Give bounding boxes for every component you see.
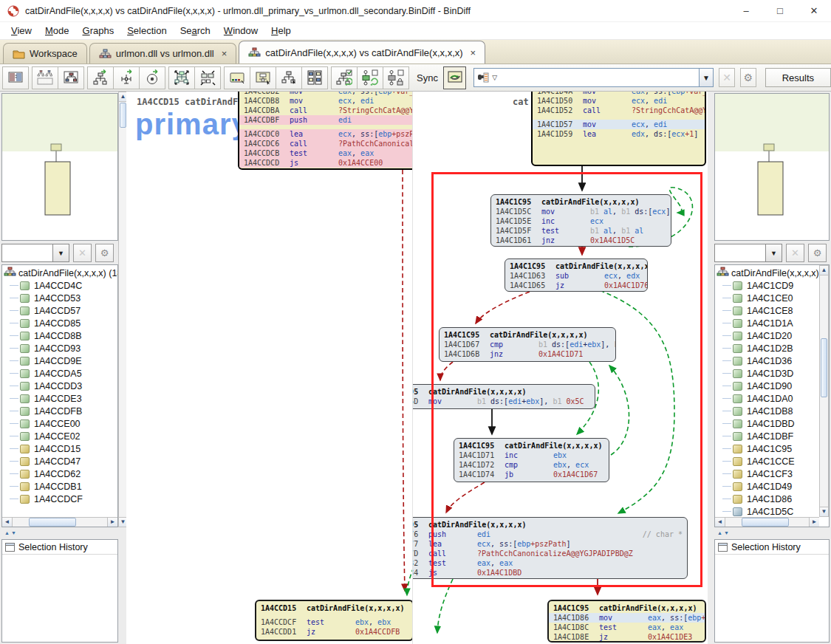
secondary-filter-clear-button[interactable]: ✕ [786, 244, 804, 262]
primary-tree-item-1A4CCD85[interactable]: 1A4CCD85 [4, 317, 117, 329]
secondary-tree-item-1A4C1D36[interactable]: 1A4C1D36 [717, 354, 819, 367]
primary-tree-item-1A4CCD53[interactable]: 1A4CCD53 [4, 292, 117, 304]
secondary-tree-item-1A4C1D20[interactable]: 1A4C1D20 [717, 329, 819, 342]
scroll-left-arrow[interactable]: ◄ [715, 518, 725, 527]
right-splitter[interactable]: ▲▼ [714, 527, 830, 538]
scroll-thumb[interactable] [742, 518, 789, 527]
secondary-filter-gear-button[interactable]: ⚙ [808, 244, 827, 262]
tab-workspace[interactable]: Workspace [3, 43, 87, 64]
menu-graphs[interactable]: Graphs [76, 24, 121, 38]
minimize-button[interactable]: – [729, 0, 763, 22]
call-graph-window-button[interactable] [58, 66, 84, 89]
primary-tree-hscrollbar[interactable]: ◄ ► [2, 517, 117, 527]
left-splitter[interactable]: ▲▼ [1, 527, 118, 538]
maximize-button[interactable]: □ [763, 0, 797, 22]
secondary-tree-item-1A4C1DBF[interactable]: 1A4C1DBF [717, 430, 819, 442]
sync-selection-button[interactable] [331, 66, 358, 89]
secondary-tree-hscrollbar[interactable]: ◄ ► [715, 517, 819, 527]
clear-search-button[interactable]: ✕ [719, 68, 735, 87]
circular-layout-button[interactable] [139, 66, 165, 89]
side-by-side-button[interactable] [301, 66, 328, 89]
secondary-flow-graph-pane[interactable]: cat 1A4C1D4Amoveax, ss:[ebp+var_1A4C1D50… [412, 92, 708, 644]
primary-tree-item-1A4CCDCF[interactable]: 1A4CCDCF [4, 493, 117, 505]
tab-catdirandfile-x-x-x-x-vs-catdirandfile-x[interactable]: catDirAndFile(x,x,x,x) vs catDirAndFile(… [239, 41, 485, 64]
lock-views-button[interactable] [383, 66, 409, 89]
secondary-basic-block-1A4C1C95[interactable]: 1A4C1C95catDirAndFile(x,x,x,x)1A4C1D86mo… [547, 600, 706, 643]
primary-tree-item-1A4CCD4C[interactable]: 1A4CCD4C [4, 279, 117, 292]
menu-view[interactable]: View [4, 24, 38, 38]
secondary-filter-input[interactable] [714, 244, 766, 262]
secondary-tree-vscrollbar[interactable]: ▲ ▼ [819, 265, 829, 517]
primary-tree-item-1A4CCD15[interactable]: 1A4CCD15 [4, 442, 117, 455]
primary-tree-item-1A4CCE02[interactable]: 1A4CCE02 [4, 430, 117, 442]
scroll-thumb[interactable] [29, 518, 76, 527]
primary-tree-item-1A4CCDA5[interactable]: 1A4CCDA5 [4, 367, 117, 380]
primary-tree-item-1A4CCDFB[interactable]: 1A4CCDFB [4, 405, 117, 417]
menu-mode[interactable]: Mode [38, 24, 76, 38]
secondary-tree-item-1A4C1DBD[interactable]: 1A4C1DBD [717, 417, 819, 430]
zoom-to-selection-button[interactable] [250, 66, 276, 89]
results-button[interactable]: Results [765, 68, 831, 87]
secondary-tree-item-1A4C1D90[interactable]: 1A4C1D90 [717, 380, 819, 392]
orthogonal-layout-button[interactable] [113, 66, 140, 89]
primary-tree-item-1A4CCDB1[interactable]: 1A4CCDB1 [4, 480, 117, 493]
primary-tree-item-1A4CCD47[interactable]: 1A4CCD47 [4, 455, 117, 467]
flow-graphs-window-button[interactable] [32, 66, 58, 89]
scroll-thumb[interactable] [120, 103, 126, 128]
scroll-down-arrow[interactable]: ▼ [820, 507, 828, 516]
scroll-right-arrow[interactable]: ► [107, 518, 117, 527]
secondary-tree-item-1A4C1D49[interactable]: 1A4C1D49 [717, 480, 819, 493]
fit-both-graphs-button[interactable] [194, 66, 221, 89]
secondary-graph-overview[interactable] [714, 93, 830, 241]
hierarchic-layout-button[interactable] [87, 66, 114, 89]
secondary-tree-item-1A4C1CE8[interactable]: 1A4C1CE8 [717, 304, 819, 317]
primary-flow-graph-pane[interactable]: 1A4CCD15 catDirAndFile(x,x,x,x) primary … [126, 92, 412, 644]
combo-filter-chevron-icon[interactable]: ▽ [492, 74, 497, 81]
secondary-tree-item-1A4C1CD9[interactable]: 1A4C1CD9 [717, 279, 819, 292]
secondary-basic-block-1A4C1C95[interactable]: 1A4C1C95catDirAndFile(x,x,x,x)1A4C1D63su… [505, 258, 648, 292]
primary-filter-dropdown[interactable]: ▼ [53, 244, 69, 262]
secondary-basic-block-1A4C1C95[interactable]: 1A4C1C95catDirAndFile(x,x,x,x)1A4C1D6Dmo… [412, 384, 595, 409]
primary-tree-item-1A4CCD62[interactable]: 1A4CCD62 [4, 467, 117, 480]
primary-basic-block-1A4CCDB2[interactable]: 1A4CCDB2moveax, ss:[ebp+var_1A4CCDB8move… [238, 92, 412, 170]
secondary-tree-item-1A4C1CCE[interactable]: 1A4C1CCE [717, 455, 819, 467]
scroll-thumb[interactable] [821, 338, 827, 397]
toolbar-search-combobox[interactable]: ▽ [473, 68, 699, 87]
menu-help[interactable]: Help [264, 24, 298, 38]
secondary-tree-root[interactable]: catDirAndFile(x,x,x,x) (18 [717, 267, 819, 279]
secondary-filter-dropdown[interactable]: ▼ [766, 244, 782, 262]
fit-graph-button[interactable] [168, 66, 195, 89]
primary-tree-item-1A4CCE00[interactable]: 1A4CCE00 [4, 417, 117, 430]
secondary-basic-block-1A4C1D4A[interactable]: 1A4C1D4Amoveax, ss:[ebp+var_1A4C1D50move… [531, 92, 706, 166]
secondary-tree-item-1A4C1C95[interactable]: 1A4C1C95 [717, 442, 819, 455]
primary-graph-overview[interactable] [1, 93, 118, 241]
secondary-tree-item-1A4C1CE0[interactable]: 1A4C1CE0 [717, 292, 819, 304]
tab-close-icon[interactable]: × [471, 47, 476, 58]
secondary-basic-block-1A4C1C95[interactable]: 1A4C1C95catDirAndFile(x,x,x,x)1A4C1D76pu… [412, 517, 688, 579]
menu-search[interactable]: Search [174, 24, 217, 38]
tab-urlmon-dll-vs-urlmon-dll[interactable]: urlmon.dll vs urlmon.dll× [89, 43, 237, 64]
secondary-tree-item-1A4C1D86[interactable]: 1A4C1D86 [717, 493, 819, 505]
sync-primary-button[interactable] [357, 66, 383, 89]
primary-tree-item-1A4CCD8B[interactable]: 1A4CCD8B [4, 329, 117, 342]
secondary-tree-item-1A4C1DA0[interactable]: 1A4C1DA0 [717, 392, 819, 405]
show-overview-button[interactable] [224, 66, 250, 89]
secondary-basic-block-1A4C1C95[interactable]: 1A4C1C95catDirAndFile(x,x,x,x)1A4C1D5Cmo… [490, 194, 671, 247]
secondary-tree-item-1A4C1D2B[interactable]: 1A4C1D2B [717, 342, 819, 354]
primary-tree-item-1A4CCD93[interactable]: 1A4CCD93 [4, 342, 117, 354]
primary-filter-input[interactable] [1, 244, 53, 262]
primary-filter-gear-button[interactable]: ⚙ [95, 244, 114, 262]
close-button[interactable]: ✕ [797, 0, 831, 22]
primary-tree-item-1A4CCD57[interactable]: 1A4CCD57 [4, 304, 117, 317]
secondary-basic-block-1A4C1C95[interactable]: 1A4C1C95catDirAndFile(x,x,x,x)1A4C1D71in… [454, 438, 609, 482]
secondary-tree-item-1A4C1D3D[interactable]: 1A4C1D3D [717, 367, 819, 380]
combo-dropdown-button[interactable]: ▼ [700, 68, 714, 87]
scroll-up-arrow[interactable]: ▲ [820, 266, 828, 275]
tab-close-icon[interactable]: × [222, 48, 228, 59]
primary-tree-item-1A4CCDE3[interactable]: 1A4CCDE3 [4, 392, 117, 405]
primary-tree-root[interactable]: catDirAndFile(x,x,x,x) (18 [4, 267, 117, 279]
primary-basic-block-1A4CCD15[interactable]: 1A4CCD15catDirAndFile(x,x,x,x)1A4CCDCFte… [255, 600, 412, 641]
secondary-basic-block-1A4C1C95[interactable]: 1A4C1C95catDirAndFile(x,x,x,x)1A4C1D67cm… [439, 327, 616, 362]
secondary-tree-item-1A4C1CF3[interactable]: 1A4C1CF3 [717, 467, 819, 480]
primary-filter-clear-button[interactable]: ✕ [73, 244, 92, 262]
